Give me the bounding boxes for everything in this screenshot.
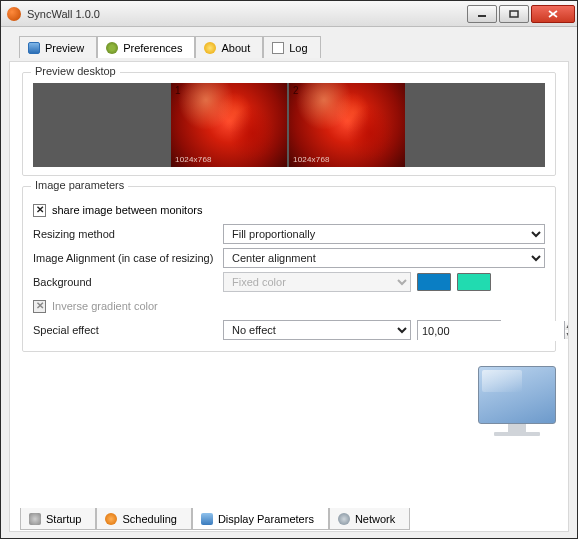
monitor-illustration xyxy=(478,366,556,436)
tab-log[interactable]: Log xyxy=(263,36,320,58)
image-parameters-group: Image parameters ✕ share image between m… xyxy=(22,186,556,352)
checkbox-label: share image between monitors xyxy=(52,204,202,216)
inverse-gradient-row: ✕ Inverse gradient color xyxy=(33,295,545,317)
preview-desktop-group: Preview desktop 1 1024x768 2 1024x768 xyxy=(22,72,556,176)
checkbox-label: Inverse gradient color xyxy=(52,300,158,312)
top-tabstrip: Preview Preferences About Log xyxy=(9,35,569,57)
desktop-preview: 1 1024x768 2 1024x768 xyxy=(33,83,545,167)
tab-label: Scheduling xyxy=(122,513,176,525)
group-legend: Image parameters xyxy=(31,179,128,191)
tab-label: Network xyxy=(355,513,395,525)
tab-preview[interactable]: Preview xyxy=(19,36,97,58)
tab-label: Preferences xyxy=(123,42,182,54)
background-color-2[interactable] xyxy=(457,273,491,291)
image-alignment-label: Image Alignment (in case of resizing) xyxy=(33,252,223,264)
tab-about[interactable]: About xyxy=(195,36,263,58)
special-effect-spinner[interactable]: ▲ ▼ xyxy=(417,320,501,340)
tab-panel: Preview desktop 1 1024x768 2 1024x768 xyxy=(9,61,569,532)
special-effect-select[interactable]: No effect xyxy=(223,320,411,340)
tab-network[interactable]: Network xyxy=(329,508,410,530)
spinner-up-icon[interactable]: ▲ xyxy=(565,321,568,330)
monitor-preview-1[interactable]: 1 1024x768 xyxy=(171,83,287,167)
bottom-tabstrip: Startup Scheduling Display Parameters Ne… xyxy=(10,509,568,531)
tab-startup[interactable]: Startup xyxy=(20,508,96,530)
display-icon xyxy=(201,513,213,525)
resizing-method-select[interactable]: Fill proportionally xyxy=(223,224,545,244)
tab-label: Log xyxy=(289,42,307,54)
image-alignment-select[interactable]: Center alignment xyxy=(223,248,545,268)
monitor-resolution: 1024x768 xyxy=(293,155,330,164)
monitor-number: 2 xyxy=(293,85,299,96)
tab-label: About xyxy=(221,42,250,54)
monitor-screen-icon xyxy=(478,366,556,424)
info-icon xyxy=(204,42,216,54)
tab-label: Preview xyxy=(45,42,84,54)
window-title: SyncWall 1.0.0 xyxy=(27,8,100,20)
spinner-input[interactable] xyxy=(418,321,564,341)
monitor-number: 1 xyxy=(175,85,181,96)
svg-rect-1 xyxy=(510,11,518,17)
group-legend: Preview desktop xyxy=(31,65,120,77)
share-image-checkbox[interactable]: ✕ xyxy=(33,204,46,217)
titlebar: SyncWall 1.0.0 xyxy=(1,1,577,27)
special-effect-label: Special effect xyxy=(33,324,223,336)
gear-icon xyxy=(106,42,118,54)
resizing-method-label: Resizing method xyxy=(33,228,223,240)
background-color-1[interactable] xyxy=(417,273,451,291)
tab-scheduling[interactable]: Scheduling xyxy=(96,508,191,530)
background-label: Background xyxy=(33,276,223,288)
client-area: Preview Preferences About Log Preview de… xyxy=(1,27,577,538)
background-select: Fixed color xyxy=(223,272,411,292)
app-icon xyxy=(7,7,21,21)
tab-label: Display Parameters xyxy=(218,513,314,525)
tab-preferences[interactable]: Preferences xyxy=(97,36,195,58)
inverse-gradient-checkbox: ✕ xyxy=(33,300,46,313)
monitor-preview-2[interactable]: 2 1024x768 xyxy=(289,83,405,167)
image-icon xyxy=(28,42,40,54)
globe-icon xyxy=(338,513,350,525)
close-button[interactable] xyxy=(531,5,575,23)
tab-label: Startup xyxy=(46,513,81,525)
document-icon xyxy=(272,42,284,54)
monitor-resolution: 1024x768 xyxy=(175,155,212,164)
share-image-row: ✕ share image between monitors xyxy=(33,199,545,221)
spinner-down-icon[interactable]: ▼ xyxy=(565,330,568,339)
disk-icon xyxy=(29,513,41,525)
main-window: SyncWall 1.0.0 Preview Preferences About xyxy=(0,0,578,539)
tab-display-parameters[interactable]: Display Parameters xyxy=(192,508,329,530)
maximize-button[interactable] xyxy=(499,5,529,23)
preferences-panel: Preview desktop 1 1024x768 2 1024x768 xyxy=(10,62,568,503)
minimize-button[interactable] xyxy=(467,5,497,23)
clock-icon xyxy=(105,513,117,525)
